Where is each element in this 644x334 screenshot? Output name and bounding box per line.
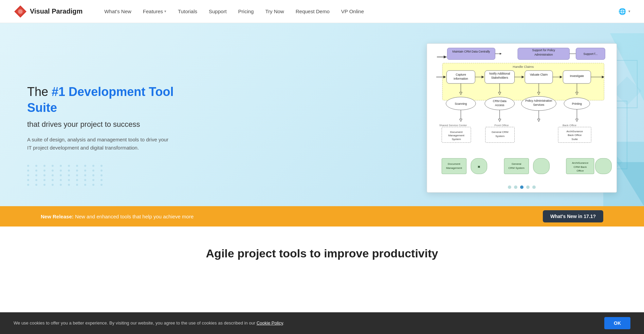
svg-text:Capture: Capture <box>456 73 466 76</box>
svg-text:Office: Office <box>576 169 584 172</box>
banner-text: New Release: New and enhanced tools that… <box>41 214 194 219</box>
svg-text:System: System <box>452 138 461 141</box>
svg-text:CRM Back: CRM Back <box>574 165 587 169</box>
carousel-dot-4[interactable] <box>532 185 536 189</box>
nav-try-now[interactable]: Try Now <box>260 6 289 17</box>
svg-text:Valuate Claim: Valuate Claim <box>530 73 548 76</box>
logo-text: Visual Paradigm <box>30 7 82 15</box>
nav-support[interactable]: Support <box>204 6 232 17</box>
svg-text:Investigate: Investigate <box>570 74 584 78</box>
svg-text:Document: Document <box>450 131 463 134</box>
productivity-heading: Agile project tools to improve productiv… <box>27 247 617 260</box>
svg-marker-66 <box>537 119 540 122</box>
productivity-section: Agile project tools to improve productiv… <box>0 227 644 270</box>
svg-text:Shared Service Center: Shared Service Center <box>439 124 467 127</box>
svg-text:Suite: Suite <box>572 138 578 141</box>
nav-logo[interactable]: Visual Paradigm <box>14 5 82 18</box>
carousel-dot-0[interactable] <box>508 185 511 189</box>
svg-text:General: General <box>512 162 521 165</box>
svg-text:Management: Management <box>448 134 465 137</box>
nav-request-demo[interactable]: Request Demo <box>291 6 334 17</box>
hero-heading: The #1 Development Tool Suite <box>27 84 183 116</box>
svg-text:Stakeholders: Stakeholders <box>491 76 508 79</box>
carousel-dots <box>427 181 617 192</box>
svg-text:Maintain CRM Data Centrally: Maintain CRM Data Centrally <box>453 50 491 53</box>
release-banner: New Release: New and enhanced tools that… <box>0 206 644 227</box>
svg-text:Policy Administration: Policy Administration <box>526 99 552 102</box>
svg-text:Support for Policy: Support for Policy <box>532 48 555 52</box>
svg-text:Back Office: Back Office <box>563 124 577 127</box>
svg-text:Handle Claims: Handle Claims <box>513 65 534 68</box>
svg-rect-96 <box>595 158 612 174</box>
svg-text:Information: Information <box>454 77 468 80</box>
chevron-down-icon: ▾ <box>164 9 166 14</box>
banner-label-bold: New Release: <box>41 214 74 219</box>
navbar: Visual Paradigm What's New Features ▾ Tu… <box>0 0 644 23</box>
svg-text:CRM System: CRM System <box>508 166 525 170</box>
globe-icon[interactable]: 🌐 <box>618 7 627 16</box>
lang-chevron-icon: ▾ <box>628 9 630 14</box>
svg-rect-9 <box>613 77 642 105</box>
svg-marker-68 <box>576 119 578 122</box>
svg-text:ArchiSurance: ArchiSurance <box>572 161 589 164</box>
diagram-card: Maintain CRM Data Centrally Support for … <box>427 43 617 193</box>
svg-marker-62 <box>460 119 462 122</box>
svg-text:General CRM: General CRM <box>492 131 509 134</box>
carousel-dot-3[interactable] <box>526 185 530 189</box>
svg-text:CRM Data: CRM Data <box>493 99 507 103</box>
whats-new-button[interactable]: What's New in 17.1? <box>543 210 603 222</box>
svg-text:Printing: Printing <box>572 102 582 105</box>
nav-pricing[interactable]: Pricing <box>234 6 259 17</box>
svg-text:Document: Document <box>448 162 461 165</box>
hero-section: The #1 Development Tool Suite that drive… <box>0 23 644 206</box>
svg-text:Front Office: Front Office <box>494 124 509 127</box>
logo-icon <box>14 5 27 18</box>
svg-text:Services: Services <box>533 103 545 106</box>
nav-whats-new[interactable]: What's New <box>99 6 136 17</box>
svg-text:Back Office: Back Office <box>568 134 582 137</box>
nav-links: What's New Features ▾ Tutorials Support … <box>99 6 618 17</box>
svg-marker-64 <box>498 119 501 122</box>
svg-text:Notify Additional: Notify Additional <box>489 72 510 75</box>
uml-svg: Maintain CRM Data Centrally Support for … <box>427 44 617 179</box>
hero-subheading: that drives your project to success <box>27 120 183 129</box>
nav-vp-online[interactable]: VP Online <box>336 6 369 17</box>
svg-marker-8 <box>617 162 644 206</box>
carousel-dot-1[interactable] <box>514 185 517 189</box>
svg-text:Support f...: Support f... <box>583 52 597 56</box>
svg-text:Scanning: Scanning <box>455 102 467 105</box>
svg-rect-35 <box>525 71 553 83</box>
svg-marker-2 <box>18 9 22 14</box>
svg-text:ArchiSurance: ArchiSurance <box>566 130 583 133</box>
svg-text:▣: ▣ <box>478 165 480 168</box>
nav-features[interactable]: Features ▾ <box>138 6 171 17</box>
hero-description: A suite of design, analysis and manageme… <box>27 136 170 152</box>
hero-content: The #1 Development Tool Suite that drive… <box>27 84 183 152</box>
dot-grid-decoration <box>27 165 106 186</box>
svg-text:Access: Access <box>495 103 504 107</box>
hero-diagram: Maintain CRM Data Centrally Support for … <box>183 43 617 193</box>
banner-label-text: New and enhanced tools that help you ach… <box>74 214 194 219</box>
svg-text:Administration: Administration <box>534 53 553 56</box>
carousel-dot-2[interactable] <box>520 185 523 189</box>
svg-rect-91 <box>533 158 550 174</box>
svg-text:System: System <box>495 135 504 138</box>
svg-text:Management: Management <box>446 166 462 170</box>
nav-tutorials[interactable]: Tutorials <box>173 6 202 17</box>
nav-right: 🌐 ▾ <box>618 7 630 16</box>
